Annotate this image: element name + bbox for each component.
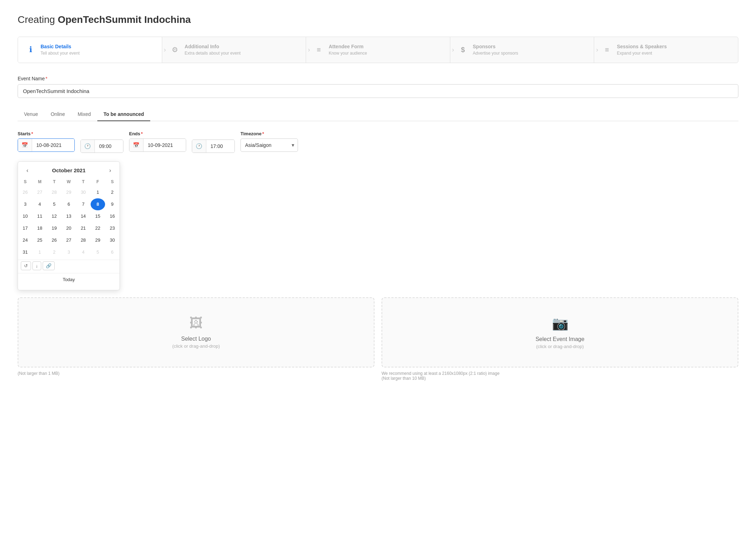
calendar-day[interactable]: 6 [105,246,120,258]
starts-date-input[interactable] [32,139,74,151]
logo-upload-subtitle: (click or drag-and-drop) [172,343,220,349]
event-name-section: Event Name* [18,76,738,98]
tab-mixed[interactable]: Mixed [71,108,97,121]
calendar-day[interactable]: 14 [76,210,91,222]
starts-time-input-wrap: 🕐 [80,140,123,153]
calendar-day[interactable]: 21 [76,222,91,234]
calendar-day[interactable]: 11 [32,210,47,222]
calendar-day[interactable]: 12 [47,210,61,222]
calendar-day[interactable]: 13 [61,210,76,222]
calendar-icon-end: 📅 [129,139,144,151]
calendar-day[interactable]: 18 [32,222,47,234]
sessions-speakers-subtitle: Expand your event [617,50,667,56]
ends-time-input[interactable] [206,140,234,152]
calendar-day[interactable]: 2 [47,246,61,258]
logo-hint: (Not larger than 1 MB) [18,371,374,381]
wizard-step-sessions-speakers[interactable]: ≡ Sessions & Speakers Expand your event [594,37,738,63]
event-image-upload-subtitle: (click or drag-and-drop) [536,344,584,349]
calendar-day[interactable]: 30 [76,186,91,198]
wizard-step-attendee-form[interactable]: ≡ Attendee Form Know your audience › [306,37,450,63]
wizard-step-basic-details[interactable]: ℹ Basic Details Tell about your event › [18,37,162,63]
cal-day-header-f: F [91,178,105,186]
calendar-day[interactable]: 27 [32,186,47,198]
tab-venue[interactable]: Venue [18,108,44,121]
calendar-day[interactable]: 28 [47,186,61,198]
calendar-day[interactable]: 8 [91,198,105,210]
cal-reset-btn[interactable]: ↺ [21,261,31,270]
logo-upload-box[interactable]: 🖼 Select Logo (click or drag-and-drop) [18,297,374,367]
ends-date-input[interactable] [144,139,186,151]
attendee-form-subtitle: Know your audience [329,50,367,56]
calendar-day[interactable]: 25 [32,234,47,246]
calendar-day[interactable]: 7 [76,198,91,210]
basic-details-icon: ℹ [25,44,36,55]
calendar-day[interactable]: 29 [61,186,76,198]
step-arrow-4: › [596,46,598,54]
tab-online[interactable]: Online [44,108,71,121]
tab-tba[interactable]: To be announced [97,108,151,121]
sponsors-subtitle: Advertise your sponsors [473,50,518,56]
calendar-day[interactable]: 24 [18,234,32,246]
timezone-select[interactable]: Asia/Saigon UTC America/New_York Europe/… [240,138,298,152]
calendar-day[interactable]: 16 [105,210,120,222]
upload-row: 🖼 Select Logo (click or drag-and-drop) 📷… [18,297,738,367]
starts-time-input[interactable] [95,140,123,152]
venue-type-tabs: Venue Online Mixed To be announced [18,108,738,121]
calendar-day[interactable]: 4 [76,246,91,258]
calendar-day[interactable]: 2 [105,186,120,198]
calendar-day[interactable]: 26 [18,186,32,198]
calendar-today-button[interactable]: Today [18,273,120,286]
basic-details-title: Basic Details [41,43,80,50]
calendar-day[interactable]: 23 [105,222,120,234]
calendar-prev-btn[interactable]: ‹ [24,166,31,175]
step-arrow-3: › [452,46,454,54]
calendar-day[interactable]: 17 [18,222,32,234]
calendar-day[interactable]: 3 [61,246,76,258]
timezone-label: Timezone* [240,131,298,136]
calendar-day[interactable]: 3 [18,198,32,210]
event-image-hint: We recommend using at least a 2160x1080p… [382,371,738,381]
clock-icon-end: 🕐 [192,140,206,153]
calendar-day[interactable]: 20 [61,222,76,234]
starts-time-group: 🕐 [80,140,123,153]
cal-link-btn[interactable]: 🔗 [43,261,55,270]
cal-down-btn[interactable]: ↓ [32,261,41,270]
calendar-day[interactable]: 4 [32,198,47,210]
additional-info-title: Additional Info [185,43,241,50]
calendar-day[interactable]: 5 [91,246,105,258]
calendar-day[interactable]: 15 [91,210,105,222]
calendar-next-btn[interactable]: › [106,166,114,175]
calendar-day[interactable]: 9 [105,198,120,210]
wizard-step-sponsors[interactable]: $ Sponsors Advertise your sponsors › [450,37,595,63]
calendar-day[interactable]: 5 [47,198,61,210]
sessions-speakers-title: Sessions & Speakers [617,43,667,50]
step-arrow-1: › [164,46,166,54]
event-name-label: Event Name* [18,76,738,81]
calendar-day[interactable]: 22 [91,222,105,234]
wizard-step-additional-info[interactable]: ⚙ Additional Info Extra details about yo… [162,37,306,63]
attendee-form-icon: ≡ [313,44,324,55]
calendar-day[interactable]: 6 [61,198,76,210]
event-name-input[interactable] [18,84,738,98]
calendar-day[interactable]: 27 [61,234,76,246]
additional-info-subtitle: Extra details about your event [185,50,241,56]
calendar-day[interactable]: 28 [76,234,91,246]
calendar-header: ‹ October 2021 › [18,162,120,178]
calendar-day[interactable]: 30 [105,234,120,246]
starts-date-input-wrap: 📅 [18,138,75,152]
calendar-day[interactable]: 10 [18,210,32,222]
date-picker-calendar: ‹ October 2021 › S M T W T F S 262728293… [18,161,120,290]
starts-group: Starts* 📅 [18,131,75,152]
calendar-day[interactable]: 1 [91,186,105,198]
calendar-day[interactable]: 19 [47,222,61,234]
ends-time-input-wrap: 🕐 [192,140,235,153]
calendar-day[interactable]: 1 [32,246,47,258]
calendar-day[interactable]: 31 [18,246,32,258]
calendar-day[interactable]: 29 [91,234,105,246]
timezone-select-wrap: Asia/Saigon UTC America/New_York Europe/… [240,138,298,152]
step-arrow-2: › [308,46,310,54]
sessions-speakers-icon: ≡ [601,44,612,55]
calendar-day[interactable]: 26 [47,234,61,246]
wizard-steps: ℹ Basic Details Tell about your event › … [18,37,738,63]
event-image-upload-box[interactable]: 📷 Select Event Image (click or drag-and-… [382,297,738,367]
